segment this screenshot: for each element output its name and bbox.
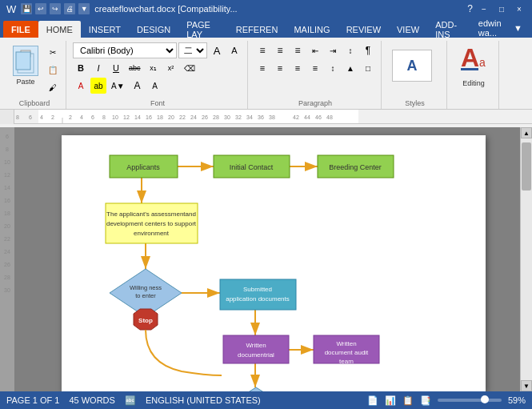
font-size-a1[interactable]: A xyxy=(130,78,146,94)
font-size-inc-button[interactable]: A xyxy=(209,42,225,58)
tab-view[interactable]: VIEW xyxy=(389,21,427,38)
title-text: createflowchart.docx [Compatibility... xyxy=(94,4,237,14)
highlight-button[interactable]: ab xyxy=(90,78,106,94)
justify-button[interactable]: ≡ xyxy=(307,60,323,76)
tab-mailings[interactable]: MAILING xyxy=(286,21,338,38)
svg-rect-75 xyxy=(223,335,289,363)
svg-text:documentrial: documentrial xyxy=(238,351,274,359)
svg-text:36: 36 xyxy=(258,114,264,120)
svg-text:A: A xyxy=(461,44,479,72)
tab-review[interactable]: REVIEW xyxy=(338,21,389,38)
align-right-button[interactable]: ≡ xyxy=(290,60,306,76)
print-qat-icon[interactable]: 🖨 xyxy=(64,3,75,14)
multilevel-button[interactable]: ≡ xyxy=(290,42,306,58)
svg-rect-72 xyxy=(220,279,296,310)
numbering-button[interactable]: ≡ xyxy=(272,42,288,58)
svg-text:30: 30 xyxy=(224,114,230,120)
scroll-thumb[interactable] xyxy=(522,142,531,190)
ribbon-tabs: FILE HOME INSERT DESIGN PAGE LAY REFEREN… xyxy=(0,18,532,38)
view-mode-icon-4[interactable]: 📑 xyxy=(420,395,431,406)
svg-text:Initial Contact: Initial Contact xyxy=(229,163,273,171)
close-button[interactable]: × xyxy=(513,3,526,14)
svg-text:to enter: to enter xyxy=(135,292,156,299)
zoom-slider[interactable] xyxy=(438,399,502,402)
copy-button[interactable]: 📋 xyxy=(45,62,61,78)
svg-text:8: 8 xyxy=(6,146,9,152)
subscript-button[interactable]: x₁ xyxy=(146,60,162,76)
font-family-select[interactable]: Calibri (Body) xyxy=(73,42,177,58)
styles-button[interactable]: A xyxy=(388,42,436,89)
paste-label: Paste xyxy=(16,78,34,86)
redo-qat-icon[interactable]: ↪ xyxy=(50,3,61,14)
indent-inc-button[interactable]: ⇥ xyxy=(325,42,341,58)
user-account[interactable]: edwin wa... ▼ xyxy=(472,18,529,38)
svg-text:38: 38 xyxy=(269,114,275,120)
svg-text:Written: Written xyxy=(246,342,266,349)
undo-qat-icon[interactable]: ↩ xyxy=(35,3,46,14)
tab-file[interactable]: FILE xyxy=(3,21,38,38)
tab-design[interactable]: DESIGN xyxy=(129,21,178,38)
svg-text:32: 32 xyxy=(235,114,242,120)
cut-button[interactable]: ✂ xyxy=(45,44,61,60)
clear-format-button[interactable]: ⌫ xyxy=(181,60,198,76)
font-size-select[interactable]: 二号 xyxy=(178,42,207,58)
svg-text:4: 4 xyxy=(40,114,43,120)
minimize-button[interactable]: − xyxy=(478,3,490,14)
quick-access-toolbar[interactable]: 💾 ↩ ↪ 🖨 ▼ xyxy=(21,3,90,14)
tab-addins[interactable]: ADD-INS xyxy=(427,21,472,38)
svg-text:document audit: document audit xyxy=(324,349,368,356)
svg-text:2: 2 xyxy=(51,114,54,120)
superscript-button[interactable]: x² xyxy=(163,60,179,76)
line-spacing-button[interactable]: ↕ xyxy=(325,60,341,76)
svg-rect-2 xyxy=(16,52,30,70)
document-page: Applicants Initial Contact Breeding Cent… xyxy=(62,135,486,391)
sort-button[interactable]: ↕ xyxy=(342,42,358,58)
font-size-dec-button[interactable]: A xyxy=(226,42,242,58)
strikethrough-button[interactable]: abc xyxy=(126,60,144,76)
maximize-button[interactable]: □ xyxy=(495,3,508,14)
window-controls[interactable]: ? − □ × xyxy=(467,3,526,14)
align-center-button[interactable]: ≡ xyxy=(272,60,288,76)
bullets-button[interactable]: ≡ xyxy=(254,42,270,58)
svg-text:Applicants: Applicants xyxy=(126,163,160,171)
font-color2-button[interactable]: A▼ xyxy=(108,78,128,94)
tab-references[interactable]: REFEREN xyxy=(228,21,286,38)
view-mode-icon-3[interactable]: 📋 xyxy=(402,395,414,406)
styles-a-label: A xyxy=(407,58,418,74)
paste-button[interactable]: Paste xyxy=(8,42,43,89)
bold-button[interactable]: B xyxy=(73,60,89,76)
view-mode-icon-1[interactable]: 📄 xyxy=(367,395,378,406)
svg-rect-7 xyxy=(38,110,358,123)
format-painter-button[interactable]: 🖌 xyxy=(45,79,61,95)
customize-qat-icon[interactable]: ▼ xyxy=(78,3,90,14)
show-format-button[interactable]: ¶ xyxy=(360,42,376,58)
save-qat-icon[interactable]: 💾 xyxy=(21,3,32,14)
scroll-track[interactable] xyxy=(521,138,532,380)
border-button[interactable]: □ xyxy=(360,60,376,76)
scroll-up-button[interactable]: ▲ xyxy=(521,127,532,138)
svg-text:environment: environment xyxy=(133,230,169,237)
vertical-scrollbar[interactable]: ▲ ▼ xyxy=(520,127,532,391)
italic-button[interactable]: I xyxy=(90,60,106,76)
svg-text:14: 14 xyxy=(134,114,141,120)
shading-button[interactable]: ▲ xyxy=(342,60,358,76)
align-left-button[interactable]: ≡ xyxy=(254,60,270,76)
help-button[interactable]: ? xyxy=(467,3,473,14)
tab-insert[interactable]: INSERT xyxy=(81,21,129,38)
font-color-button[interactable]: A xyxy=(73,78,89,94)
indent-dec-button[interactable]: ⇤ xyxy=(307,42,323,58)
tab-page-layout[interactable]: PAGE LAY xyxy=(178,21,228,38)
tab-home[interactable]: HOME xyxy=(38,21,81,38)
svg-text:team: team xyxy=(339,358,354,365)
font-size-a2[interactable]: A xyxy=(147,78,163,94)
scroll-down-button[interactable]: ▼ xyxy=(521,380,532,391)
font-row-3: A ab A▼ A A xyxy=(73,78,242,94)
font-row-2: B I U abc x₁ x² ⌫ xyxy=(73,60,242,76)
title-bar: W 💾 ↩ ↪ 🖨 ▼ createflowchart.docx [Compat… xyxy=(0,0,532,18)
svg-text:10: 10 xyxy=(4,159,10,165)
svg-text:10: 10 xyxy=(112,114,118,120)
view-mode-icon-2[interactable]: 📊 xyxy=(385,395,396,406)
editing-button[interactable]: A a Editing xyxy=(454,42,494,89)
paragraph-content: ≡ ≡ ≡ ⇤ ⇥ ↕ ¶ ≡ ≡ ≡ ≡ ↕ ▲ □ xyxy=(254,42,376,76)
underline-button[interactable]: U xyxy=(108,60,124,76)
